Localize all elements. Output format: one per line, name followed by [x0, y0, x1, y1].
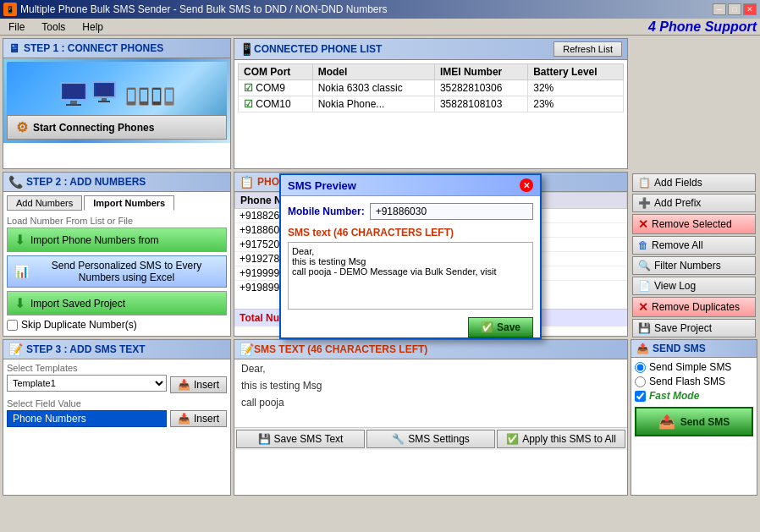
menu-file[interactable]: File — [3, 19, 30, 35]
field-value-label: Select Field Value — [7, 398, 227, 409]
import-project-button[interactable]: ⬇ Import Saved Project — [7, 291, 227, 315]
step2-icon: 📞 — [8, 175, 23, 189]
view-log-button[interactable]: 📄 View Log — [632, 277, 756, 295]
popup-sms-textarea[interactable] — [288, 242, 533, 310]
save-label: Save Project — [654, 322, 712, 334]
field-insert-icon: 📥 — [178, 413, 190, 425]
save-sms-icon: 💾 — [258, 433, 271, 445]
project-btn-label: Import Saved Project — [30, 298, 125, 310]
fast-mode-row: Fast Mode — [635, 390, 753, 402]
step2-title: STEP 2 : ADD NUMBERS — [26, 176, 146, 188]
close-button[interactable]: ✕ — [743, 3, 757, 15]
apply-icon: ✅ — [506, 433, 519, 445]
refresh-button[interactable]: Refresh List — [553, 41, 622, 57]
import-phone-numbers-button[interactable]: ⬇ Import Phone Numbers from — [7, 228, 227, 252]
start-connecting-label: Start Connecting Phones — [33, 122, 154, 134]
send-sms-btn-label: Send SMS — [680, 416, 730, 428]
menubar: File Tools Help 4 Phone Support — [0, 19, 760, 36]
log-icon: 📄 — [638, 280, 651, 292]
field-value-display: Phone Numbers — [7, 410, 167, 427]
simple-sms-radio[interactable] — [635, 362, 646, 373]
template-select[interactable]: Template1 — [7, 375, 167, 392]
skip-duplicate-checkbox[interactable] — [7, 320, 18, 331]
popup-content: Mobile Number: SMS text (46 CHARACTERS L… — [281, 196, 540, 319]
phone-imei-cell: 35282810306 — [434, 80, 527, 96]
simple-sms-label: Send Simple SMS — [649, 361, 731, 373]
project-icon: ⬇ — [14, 295, 25, 311]
step1-panel: 🖥 STEP 1 : CONNECT PHONES — [3, 38, 231, 169]
brand-text: 4 Phone Support — [648, 19, 757, 35]
titlebar-title: Multiple Phone Bulk SMS Sender - Send Bu… — [20, 3, 713, 15]
send-sms-button[interactable]: 📤 Send SMS — [635, 407, 753, 436]
log-label: View Log — [654, 280, 696, 292]
save-sms-text-button[interactable]: 💾 Save SMS Text — [236, 430, 365, 448]
save-project-button[interactable]: 💾 Save Project — [632, 319, 756, 337]
import-btn-label: Import Phone Numbers from — [30, 234, 158, 246]
maximize-button[interactable]: □ — [728, 3, 741, 15]
phone-battery-cell: 32% — [528, 80, 624, 96]
send-sms-arrow-icon: 📤 — [658, 414, 675, 430]
settings-label: SMS Settings — [408, 433, 470, 445]
field-insert-button[interactable]: 📥 Insert — [170, 410, 227, 427]
phones-content: COM Port Model IMEI Number Battery Level… — [234, 60, 627, 116]
tab-import-numbers[interactable]: Import Numbers — [84, 195, 174, 211]
filter-numbers-button[interactable]: 🔍 Filter Numbers — [632, 256, 756, 275]
popup-title: SMS Preview — [288, 179, 356, 192]
send-sms-header: 📤 SEND SMS — [631, 340, 757, 358]
remove-dup-label: Remove Duplicates — [652, 301, 740, 313]
flash-sms-radio[interactable] — [635, 376, 646, 387]
excel-icon: 📊 — [14, 265, 29, 278]
add-prefix-icon: ➕ — [638, 197, 651, 209]
popup-save-button[interactable]: ✅ Save — [468, 317, 533, 337]
add-prefix-label: Add Prefix — [654, 197, 701, 209]
window-controls: ─ □ ✕ — [713, 3, 757, 15]
connected-phones-title: CONNECTED PHONE LIST — [254, 43, 553, 55]
popup-header: SMS Preview ✕ — [281, 175, 540, 196]
gear-icon: ⚙ — [16, 119, 28, 135]
phones-table: COM Port Model IMEI Number Battery Level… — [238, 63, 624, 112]
send-title: SEND SMS — [653, 343, 706, 354]
fast-mode-label: Fast Mode — [649, 390, 699, 402]
minimize-button[interactable]: ─ — [713, 3, 726, 15]
popup-close-button[interactable]: ✕ — [520, 178, 533, 192]
fast-mode-checkbox[interactable] — [635, 391, 646, 402]
remove-all-button[interactable]: 🗑 Remove All — [632, 236, 756, 255]
remove-dup-icon: ✕ — [638, 300, 648, 314]
tab-add-numbers[interactable]: Add Numbers — [7, 195, 82, 211]
numbers-icon: 📋 — [240, 175, 254, 189]
menu-help[interactable]: Help — [77, 19, 108, 35]
start-connecting-button[interactable]: ⚙ Start Connecting Phones — [7, 115, 227, 140]
sms-text-panel: 📝 SMS TEXT (46 CHARACTERS LEFT) Dear, th… — [234, 339, 628, 496]
step3-header: 📝 STEP 3 : ADD SMS TEXT — [3, 340, 230, 359]
sms-line2: this is testing Msg — [241, 380, 620, 392]
template-insert-button[interactable]: 📥 Insert — [170, 376, 227, 393]
step1-icon: 🖥 — [8, 41, 20, 55]
add-fields-icon: 📋 — [638, 177, 651, 189]
step1-content: ⚙ Start Connecting Phones — [3, 58, 230, 143]
mobile-number-input[interactable] — [370, 203, 533, 220]
send-content: Send Simple SMS Send Flash SMS Fast Mode… — [631, 358, 757, 440]
menu-tools[interactable]: Tools — [36, 19, 70, 35]
popup-sms-label: SMS text (46 CHARACTERS LEFT) — [288, 227, 533, 239]
sms-footer: 💾 Save SMS Text 🔧 SMS Settings ✅ Apply t… — [234, 427, 627, 450]
add-fields-button[interactable]: 📋 Add Fields — [632, 173, 756, 192]
send-personalized-button[interactable]: 📊 Send Personalized SMS to Every Numbers… — [7, 255, 227, 288]
remove-selected-button[interactable]: ✕ Remove Selected — [632, 214, 756, 234]
apply-sms-button[interactable]: ✅ Apply this SMS to All — [497, 430, 625, 448]
save-icon: 💾 — [638, 322, 651, 334]
popup-save-icon: ✅ — [481, 321, 493, 333]
phone-battery-cell: 23% — [528, 96, 624, 112]
right-buttons-panel: 📋 Add Fields ➕ Add Prefix ✕ Remove Selec… — [631, 172, 757, 337]
col-battery: Battery Level — [528, 64, 624, 80]
add-prefix-button[interactable]: ➕ Add Prefix — [632, 194, 756, 212]
send-icon: 📤 — [636, 343, 649, 354]
step3-content: Select Templates Template1 📥 Insert Sele… — [3, 359, 230, 434]
sms-settings-button[interactable]: 🔧 SMS Settings — [366, 430, 495, 448]
template-label: Select Templates — [7, 363, 227, 373]
titlebar: 📱 Multiple Phone Bulk SMS Sender - Send … — [0, 0, 760, 19]
phone-icon: 📱 — [240, 42, 254, 56]
simple-sms-row: Send Simple SMS — [635, 361, 753, 373]
connected-phones-panel: 📱 CONNECTED PHONE LIST Refresh List COM … — [234, 38, 628, 169]
remove-duplicates-button[interactable]: ✕ Remove Duplicates — [632, 297, 756, 317]
section-label: Load Number From List or File — [7, 216, 227, 226]
